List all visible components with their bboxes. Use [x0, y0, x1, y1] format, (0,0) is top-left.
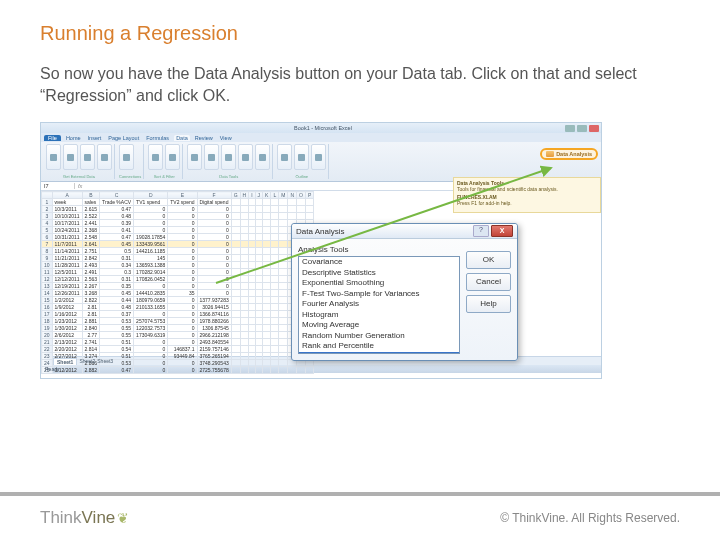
consolidate-button[interactable]	[238, 144, 253, 170]
excel-screenshot: Book1 - Microsoft Excel File Home Insert…	[40, 122, 602, 379]
dialog-titlebar: Data Analysis ? X	[292, 224, 517, 239]
from-text-button[interactable]	[80, 144, 95, 170]
name-box[interactable]: I7	[41, 183, 75, 189]
analysis-option[interactable]: Moving Average	[299, 320, 459, 331]
fx-icon[interactable]: fx	[75, 183, 85, 189]
analysis-option[interactable]: Exponential Smoothing	[299, 278, 459, 289]
ungroup-button[interactable]	[294, 144, 309, 170]
copyright: © ThinkVine. All Rights Reserved.	[129, 511, 680, 525]
text-to-columns-button[interactable]	[187, 144, 202, 170]
thinkvine-logo: ThinkVine❦	[40, 508, 129, 528]
minimize-icon[interactable]	[565, 125, 575, 132]
data-analysis-label: Data Analysis	[556, 151, 592, 157]
analysis-option[interactable]: Random Number Generation	[299, 331, 459, 342]
close-icon[interactable]	[589, 125, 599, 132]
analysis-option[interactable]: Covariance	[299, 257, 459, 268]
dialog-help-button[interactable]: Help	[466, 295, 511, 313]
maximize-icon[interactable]	[577, 125, 587, 132]
sort-button[interactable]	[148, 144, 163, 170]
analysis-option[interactable]: Regression	[299, 352, 459, 355]
filter-button[interactable]	[165, 144, 180, 170]
tab-insert[interactable]: Insert	[86, 135, 104, 141]
analysis-option[interactable]: Histogram	[299, 310, 459, 321]
from-access-button[interactable]	[46, 144, 61, 170]
data-analysis-button[interactable]: Data Analysis	[540, 148, 598, 160]
sheet-tab-3[interactable]: Sheet3	[97, 358, 113, 364]
ribbon: Get External Data Connections Sort & Fil…	[41, 142, 601, 182]
excel-window-title: Book1 - Microsoft Excel	[81, 125, 565, 131]
group-button[interactable]	[277, 144, 292, 170]
sheet-tab-1[interactable]: Sheet1	[53, 358, 77, 365]
excel-titlebar: Book1 - Microsoft Excel	[41, 123, 601, 133]
ribbon-tabs: File Home Insert Page Layout Formulas Da…	[41, 133, 601, 142]
ok-button[interactable]: OK	[466, 251, 511, 269]
slide-title: Running a Regression	[40, 22, 680, 45]
dialog-title: Data Analysis	[296, 227, 344, 236]
remove-duplicates-button[interactable]	[204, 144, 219, 170]
tab-file[interactable]: File	[44, 135, 61, 141]
analysis-tools-list[interactable]: CovarianceDescriptive StatisticsExponent…	[298, 256, 460, 354]
sheet-tab-2[interactable]: Sheet2	[79, 358, 95, 364]
tab-data[interactable]: Data	[174, 135, 190, 141]
help-tooltip: Data Analysis Tools Tools for financial …	[453, 177, 601, 213]
from-web-button[interactable]	[63, 144, 78, 170]
data-analysis-dialog: Data Analysis ? X Analysis Tools Covaria…	[291, 223, 518, 361]
group-outline: Outline	[277, 174, 326, 179]
analysis-option[interactable]: Descriptive Statistics	[299, 268, 459, 279]
analysis-option[interactable]: Rank and Percentile	[299, 341, 459, 352]
subtotal-button[interactable]	[311, 144, 326, 170]
cancel-button[interactable]: Cancel	[466, 273, 511, 291]
group-external-data: Get External Data	[46, 174, 112, 179]
group-connections: Connections	[119, 174, 141, 179]
tab-view[interactable]: View	[218, 135, 234, 141]
tab-page-layout[interactable]: Page Layout	[106, 135, 141, 141]
group-sort-filter: Sort & Filter	[148, 174, 180, 179]
analysis-tools-label: Analysis Tools	[298, 245, 460, 254]
logo-think: Think	[40, 508, 82, 528]
footer: ThinkVine❦ © ThinkVine. All Rights Reser…	[0, 492, 720, 540]
group-data-tools: Data Tools	[187, 174, 270, 179]
analysis-option[interactable]: F-Test Two-Sample for Variances	[299, 289, 459, 300]
tab-home[interactable]: Home	[64, 135, 83, 141]
slide-body: So now you have the Data Analysis button…	[40, 63, 680, 106]
dialog-help-icon[interactable]: ?	[473, 225, 489, 237]
existing-connections-button[interactable]	[97, 144, 112, 170]
logo-vine: Vine	[82, 508, 116, 528]
tab-review[interactable]: Review	[193, 135, 215, 141]
refresh-all-button[interactable]	[119, 144, 134, 170]
whatif-button[interactable]	[255, 144, 270, 170]
data-validation-button[interactable]	[221, 144, 236, 170]
data-analysis-icon	[546, 151, 554, 157]
help-line3: Press F1 for add-in help.	[457, 200, 597, 206]
leaf-icon: ❦	[117, 510, 129, 526]
dialog-close-icon[interactable]: X	[491, 225, 513, 237]
analysis-option[interactable]: Fourier Analysis	[299, 299, 459, 310]
tab-formulas[interactable]: Formulas	[144, 135, 171, 141]
help-line1: Tools for financial and scientific data …	[457, 186, 597, 192]
